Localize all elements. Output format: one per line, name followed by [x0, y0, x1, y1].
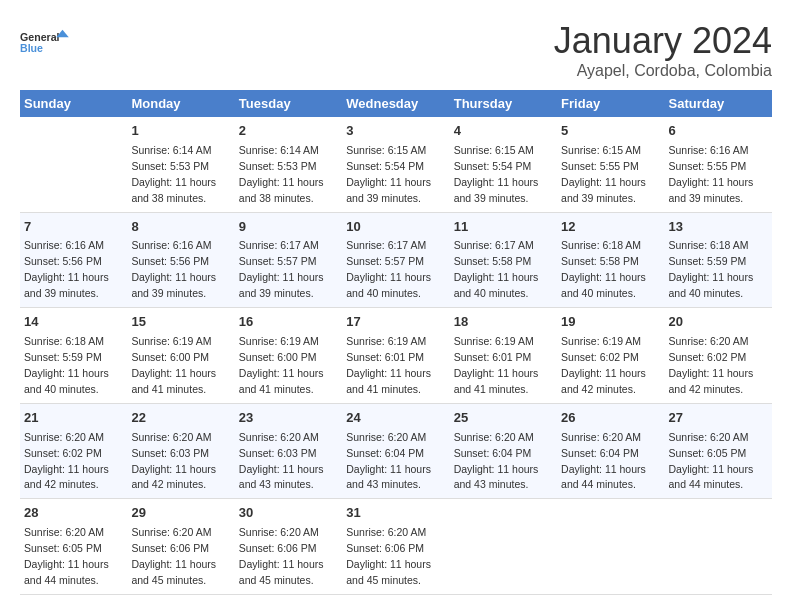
day-number: 12	[561, 218, 660, 237]
day-number: 27	[669, 409, 768, 428]
week-row-2: 14 Sunrise: 6:18 AMSunset: 5:59 PMDaylig…	[20, 308, 772, 404]
sunrise-text: Sunrise: 6:20 AMSunset: 6:04 PMDaylight:…	[561, 431, 646, 491]
day-number: 26	[561, 409, 660, 428]
day-number: 19	[561, 313, 660, 332]
day-cell: 26 Sunrise: 6:20 AMSunset: 6:04 PMDaylig…	[557, 403, 664, 499]
day-cell: 29 Sunrise: 6:20 AMSunset: 6:06 PMDaylig…	[127, 499, 234, 595]
calendar-table: SundayMondayTuesdayWednesdayThursdayFrid…	[20, 90, 772, 595]
day-number: 20	[669, 313, 768, 332]
sunrise-text: Sunrise: 6:15 AMSunset: 5:54 PMDaylight:…	[346, 144, 431, 204]
day-number: 23	[239, 409, 338, 428]
day-cell: 11 Sunrise: 6:17 AMSunset: 5:58 PMDaylig…	[450, 212, 557, 308]
header-thursday: Thursday	[450, 90, 557, 117]
day-cell: 5 Sunrise: 6:15 AMSunset: 5:55 PMDayligh…	[557, 117, 664, 212]
sunrise-text: Sunrise: 6:17 AMSunset: 5:58 PMDaylight:…	[454, 239, 539, 299]
day-cell: 15 Sunrise: 6:19 AMSunset: 6:00 PMDaylig…	[127, 308, 234, 404]
main-title: January 2024	[554, 20, 772, 62]
day-cell	[450, 499, 557, 595]
day-number: 2	[239, 122, 338, 141]
day-number: 1	[131, 122, 230, 141]
day-cell: 31 Sunrise: 6:20 AMSunset: 6:06 PMDaylig…	[342, 499, 449, 595]
day-number: 6	[669, 122, 768, 141]
svg-text:General: General	[20, 31, 60, 43]
header-monday: Monday	[127, 90, 234, 117]
sunrise-text: Sunrise: 6:17 AMSunset: 5:57 PMDaylight:…	[239, 239, 324, 299]
sunrise-text: Sunrise: 6:15 AMSunset: 5:55 PMDaylight:…	[561, 144, 646, 204]
day-number: 30	[239, 504, 338, 523]
week-row-4: 28 Sunrise: 6:20 AMSunset: 6:05 PMDaylig…	[20, 499, 772, 595]
sunrise-text: Sunrise: 6:18 AMSunset: 5:59 PMDaylight:…	[669, 239, 754, 299]
day-cell: 25 Sunrise: 6:20 AMSunset: 6:04 PMDaylig…	[450, 403, 557, 499]
day-number: 4	[454, 122, 553, 141]
sunrise-text: Sunrise: 6:20 AMSunset: 6:06 PMDaylight:…	[346, 526, 431, 586]
day-number: 7	[24, 218, 123, 237]
sunrise-text: Sunrise: 6:16 AMSunset: 5:56 PMDaylight:…	[24, 239, 109, 299]
svg-text:Blue: Blue	[20, 42, 43, 54]
day-cell: 6 Sunrise: 6:16 AMSunset: 5:55 PMDayligh…	[665, 117, 772, 212]
day-cell: 3 Sunrise: 6:15 AMSunset: 5:54 PMDayligh…	[342, 117, 449, 212]
day-number: 17	[346, 313, 445, 332]
title-block: January 2024 Ayapel, Cordoba, Colombia	[554, 20, 772, 80]
day-cell: 24 Sunrise: 6:20 AMSunset: 6:04 PMDaylig…	[342, 403, 449, 499]
day-number: 13	[669, 218, 768, 237]
logo-svg: General Blue	[20, 20, 70, 65]
header-sunday: Sunday	[20, 90, 127, 117]
day-cell: 20 Sunrise: 6:20 AMSunset: 6:02 PMDaylig…	[665, 308, 772, 404]
sunrise-text: Sunrise: 6:20 AMSunset: 6:05 PMDaylight:…	[669, 431, 754, 491]
day-number: 3	[346, 122, 445, 141]
day-cell: 27 Sunrise: 6:20 AMSunset: 6:05 PMDaylig…	[665, 403, 772, 499]
header-wednesday: Wednesday	[342, 90, 449, 117]
day-cell	[557, 499, 664, 595]
day-number: 9	[239, 218, 338, 237]
sunrise-text: Sunrise: 6:20 AMSunset: 6:03 PMDaylight:…	[131, 431, 216, 491]
sunrise-text: Sunrise: 6:16 AMSunset: 5:56 PMDaylight:…	[131, 239, 216, 299]
day-number: 10	[346, 218, 445, 237]
day-number: 25	[454, 409, 553, 428]
page-header: General Blue January 2024 Ayapel, Cordob…	[20, 20, 772, 80]
sunrise-text: Sunrise: 6:20 AMSunset: 6:02 PMDaylight:…	[669, 335, 754, 395]
sunrise-text: Sunrise: 6:17 AMSunset: 5:57 PMDaylight:…	[346, 239, 431, 299]
header-tuesday: Tuesday	[235, 90, 342, 117]
sunrise-text: Sunrise: 6:20 AMSunset: 6:06 PMDaylight:…	[239, 526, 324, 586]
week-row-1: 7 Sunrise: 6:16 AMSunset: 5:56 PMDayligh…	[20, 212, 772, 308]
day-cell: 9 Sunrise: 6:17 AMSunset: 5:57 PMDayligh…	[235, 212, 342, 308]
sunrise-text: Sunrise: 6:16 AMSunset: 5:55 PMDaylight:…	[669, 144, 754, 204]
day-number: 18	[454, 313, 553, 332]
day-cell: 2 Sunrise: 6:14 AMSunset: 5:53 PMDayligh…	[235, 117, 342, 212]
day-number: 16	[239, 313, 338, 332]
week-row-3: 21 Sunrise: 6:20 AMSunset: 6:02 PMDaylig…	[20, 403, 772, 499]
day-cell: 18 Sunrise: 6:19 AMSunset: 6:01 PMDaylig…	[450, 308, 557, 404]
day-cell: 8 Sunrise: 6:16 AMSunset: 5:56 PMDayligh…	[127, 212, 234, 308]
sunrise-text: Sunrise: 6:14 AMSunset: 5:53 PMDaylight:…	[131, 144, 216, 204]
sunrise-text: Sunrise: 6:20 AMSunset: 6:04 PMDaylight:…	[346, 431, 431, 491]
day-cell: 17 Sunrise: 6:19 AMSunset: 6:01 PMDaylig…	[342, 308, 449, 404]
sunrise-text: Sunrise: 6:20 AMSunset: 6:04 PMDaylight:…	[454, 431, 539, 491]
day-cell: 19 Sunrise: 6:19 AMSunset: 6:02 PMDaylig…	[557, 308, 664, 404]
sunrise-text: Sunrise: 6:19 AMSunset: 6:01 PMDaylight:…	[346, 335, 431, 395]
day-cell: 16 Sunrise: 6:19 AMSunset: 6:00 PMDaylig…	[235, 308, 342, 404]
day-number: 21	[24, 409, 123, 428]
day-cell	[665, 499, 772, 595]
day-cell: 28 Sunrise: 6:20 AMSunset: 6:05 PMDaylig…	[20, 499, 127, 595]
day-cell: 10 Sunrise: 6:17 AMSunset: 5:57 PMDaylig…	[342, 212, 449, 308]
sunrise-text: Sunrise: 6:19 AMSunset: 6:00 PMDaylight:…	[239, 335, 324, 395]
header-friday: Friday	[557, 90, 664, 117]
day-number: 14	[24, 313, 123, 332]
sunrise-text: Sunrise: 6:20 AMSunset: 6:05 PMDaylight:…	[24, 526, 109, 586]
sunrise-text: Sunrise: 6:14 AMSunset: 5:53 PMDaylight:…	[239, 144, 324, 204]
day-cell: 7 Sunrise: 6:16 AMSunset: 5:56 PMDayligh…	[20, 212, 127, 308]
day-number: 8	[131, 218, 230, 237]
sunrise-text: Sunrise: 6:18 AMSunset: 5:58 PMDaylight:…	[561, 239, 646, 299]
day-cell: 4 Sunrise: 6:15 AMSunset: 5:54 PMDayligh…	[450, 117, 557, 212]
sunrise-text: Sunrise: 6:19 AMSunset: 6:02 PMDaylight:…	[561, 335, 646, 395]
sunrise-text: Sunrise: 6:20 AMSunset: 6:03 PMDaylight:…	[239, 431, 324, 491]
day-cell: 23 Sunrise: 6:20 AMSunset: 6:03 PMDaylig…	[235, 403, 342, 499]
day-cell: 13 Sunrise: 6:18 AMSunset: 5:59 PMDaylig…	[665, 212, 772, 308]
day-cell	[20, 117, 127, 212]
day-cell: 22 Sunrise: 6:20 AMSunset: 6:03 PMDaylig…	[127, 403, 234, 499]
day-number: 15	[131, 313, 230, 332]
logo: General Blue	[20, 20, 70, 65]
sunrise-text: Sunrise: 6:20 AMSunset: 6:02 PMDaylight:…	[24, 431, 109, 491]
sunrise-text: Sunrise: 6:18 AMSunset: 5:59 PMDaylight:…	[24, 335, 109, 395]
week-row-0: 1 Sunrise: 6:14 AMSunset: 5:53 PMDayligh…	[20, 117, 772, 212]
